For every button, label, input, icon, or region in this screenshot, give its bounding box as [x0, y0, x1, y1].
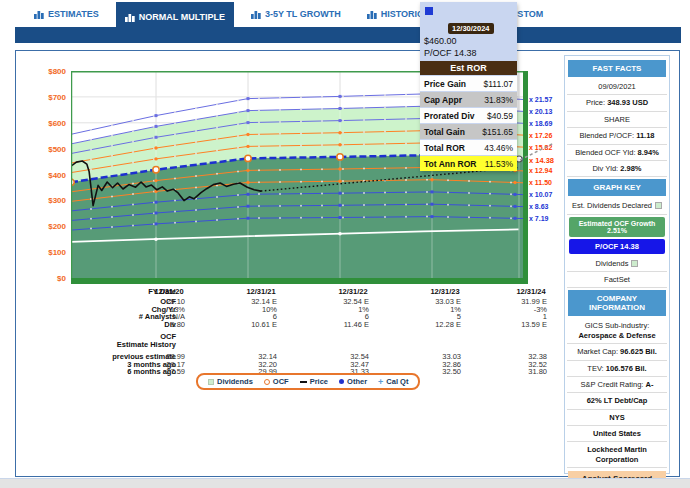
company-info-row-62-lt-debt-cap: 62% LT Debt/Cap — [567, 393, 667, 409]
company-info-row-tev-106-576-bil: TEV: 106.576 Bil. — [567, 361, 667, 377]
company-info-row-united-states: United States — [567, 426, 667, 442]
bar-chart-icon — [34, 10, 44, 19]
blue-dot-icon — [339, 379, 344, 384]
table-row-fy-date: FY Date12/31/2012/31/2112/31/2212/31/231… — [24, 287, 572, 297]
tab-normal-multiple[interactable]: NORMAL MULTIPLE — [116, 2, 234, 29]
y-tick-label: $500 — [16, 145, 66, 154]
green-swatch-icon — [631, 260, 638, 267]
tooltip-row-label: Tot Ann ROR — [424, 159, 476, 169]
tooltip-row-price-gain: Price Gain$111.07 — [420, 76, 517, 91]
table-row-chg-yr: Chg/Yr13%10%1%1%-3% — [24, 305, 572, 313]
tooltip-row-value: 11.53% — [485, 159, 513, 169]
fast-facts-row-blended-ocf-yld-8-94: Blended OCF Yld: 8.94% — [567, 145, 667, 161]
fast-facts-row-09-09-2021: 09/09/2021 — [567, 79, 667, 95]
legend-item-other[interactable]: Other — [339, 377, 367, 386]
pocf-button[interactable]: P/OCF 14.38 — [569, 239, 665, 254]
green-swatch-icon — [655, 202, 662, 209]
legend-item-price[interactable]: Price — [300, 377, 328, 386]
table-row-3-months-ago: 3 months ago29.1732.2032.4732.8632.52 — [24, 360, 572, 368]
bar-chart-icon — [367, 10, 377, 19]
tooltip-series-marker-icon — [425, 7, 433, 15]
multiple-label: x 8.63 — [529, 203, 548, 210]
cell-value: 10.61 E — [217, 320, 277, 329]
fast-facts-row-price-348-93-usd: Price: 348.93 USD — [567, 95, 667, 111]
data-source: FactSet — [567, 272, 667, 288]
table-row-div: Div9.8010.61 E11.46 E12.28 E13.59 E — [24, 320, 572, 328]
blue-plus-icon: + — [378, 379, 383, 385]
chart-tooltip: 12/30/2024 $460.00 P/OCF 14.38 Est ROR P… — [420, 2, 517, 171]
multiple-labels: x 21.57x 20.13x 18.69x 17.26x 15.82x 14.… — [529, 71, 569, 286]
fast-facts-row-blended-p-ocf-11-18: Blended P/OCF: 11.18 — [567, 128, 667, 144]
estimate-table: FY Date12/31/2012/31/2112/31/2212/31/231… — [24, 287, 572, 375]
legend-label: Price — [310, 377, 328, 386]
y-tick-label: $600 — [16, 119, 66, 128]
tooltip-row-label: Total ROR — [424, 143, 465, 153]
table-row-estimate-history: Estimate History — [24, 340, 572, 348]
table-row-ocf: OCF — [24, 332, 572, 340]
tooltip-row-prorated-div: Prorated Div$40.59 — [420, 108, 517, 123]
multiple-label: x 7.19 — [529, 215, 548, 222]
tab-label: ESTIMATES — [48, 9, 99, 19]
page-bottom-strip — [0, 478, 690, 488]
fastgraphs-app: ESTIMATESNORMAL MULTIPLE3-5Y TL GROWTHHI… — [0, 0, 690, 488]
tooltip-row-label: Total Gain — [424, 127, 465, 137]
legend-item-ocf[interactable]: OCF — [264, 377, 289, 386]
cell-value: 12/31/22 — [318, 287, 388, 296]
company-info-row-lockheed-martin-corporat: Lockheed Martin Corporation — [567, 442, 667, 468]
legend-label: OCF — [273, 377, 289, 386]
est-dividends-declared-key: Est. Dividends Declared — [567, 198, 667, 214]
multiple-label: x 17.26 — [529, 132, 552, 139]
legend-label: Dividends — [217, 377, 253, 386]
table-row-analysts: # AnalystsN/A6651 — [24, 312, 572, 320]
fast-facts-row-div-yld-2-98: Div Yld: 2.98% — [567, 161, 667, 177]
cell-value: 12/31/21 — [226, 287, 296, 296]
tooltip-row-label: Price Gain — [424, 79, 466, 89]
cell-value: 12/31/24 — [496, 287, 566, 296]
y-tick-label: $0 — [16, 274, 66, 283]
tooltip-row-value: 31.83% — [484, 95, 513, 105]
table-row-previous-estimate: previous estimate28.9932.1432.5433.0332.… — [24, 352, 572, 360]
cell-value: 12.28 E — [401, 320, 461, 329]
tab-label: 3-5Y TL GROWTH — [265, 9, 341, 19]
bar-chart-icon — [251, 10, 261, 19]
multiple-label: x 10.07 — [529, 191, 552, 198]
multiple-label: x 12.94 — [529, 167, 552, 174]
tab-estimates[interactable]: ESTIMATES — [25, 3, 108, 24]
tooltip-row-value: $111.07 — [484, 79, 513, 89]
y-tick-label: $400 — [16, 171, 66, 180]
legend-item-cal-qt[interactable]: +Cal Qt — [378, 377, 408, 386]
tooltip-row-value: $151.65 — [482, 127, 513, 137]
estimated-ocf-growth-button[interactable]: Estimated OCF Growth 2.51% — [569, 217, 665, 237]
row-label: Estimate History — [24, 340, 176, 349]
cell-value: 12/31/23 — [410, 287, 480, 296]
fast-facts-row-share: SHARE — [567, 112, 667, 128]
tooltip-row-total-ror: Total ROR43.46% — [420, 140, 517, 155]
dividends-key: Dividends — [567, 256, 667, 272]
y-tick-label: $700 — [16, 93, 66, 102]
tooltip-row-value: $40.59 — [487, 111, 513, 121]
navigation-bar — [15, 27, 681, 43]
cell-value: 31.80 — [487, 367, 547, 376]
multiple-label: x 21.57 — [529, 96, 552, 103]
tooltip-connector — [516, 139, 562, 165]
y-tick-label: $200 — [16, 222, 66, 231]
black-dash-icon — [300, 381, 307, 383]
company-info-row-gics-sub-industry-aerosp: GICS Sub-industry: Aerospace & Defense — [567, 318, 667, 344]
graph-key-header: GRAPH KEY — [568, 179, 666, 196]
tooltip-pocf: P/OCF 14.38 — [420, 47, 517, 59]
legend-label: Other — [347, 377, 367, 386]
tooltip-rows: Price Gain$111.07Cap Appr31.83%Prorated … — [420, 76, 517, 171]
legend-item-dividends[interactable]: Dividends — [208, 377, 253, 386]
tooltip-row-value: 43.46% — [484, 143, 513, 153]
cell-value: 12/31/20 — [134, 287, 204, 296]
y-tick-label: $100 — [16, 248, 66, 257]
tab-3-5y-tl-growth[interactable]: 3-5Y TL GROWTH — [242, 3, 350, 24]
company-information-header: COMPANY INFORMATION — [568, 290, 666, 316]
y-axis-labels: $800$700$600$500$400$300$200$100$0 — [16, 67, 68, 287]
y-tick-label: $300 — [16, 196, 66, 205]
tooltip-row-label: Cap Appr — [424, 95, 462, 105]
company-info-row-s-p-credit-rating-a: S&P Credit Rating: A- — [567, 377, 667, 393]
cell-value: 9.80 — [125, 320, 185, 329]
sidebar: FAST FACTS09/09/2021Price: 348.93 USDSHA… — [564, 55, 670, 474]
company-info-row-market-cap-96-625-bil: Market Cap: 96.625 Bil. — [567, 344, 667, 360]
